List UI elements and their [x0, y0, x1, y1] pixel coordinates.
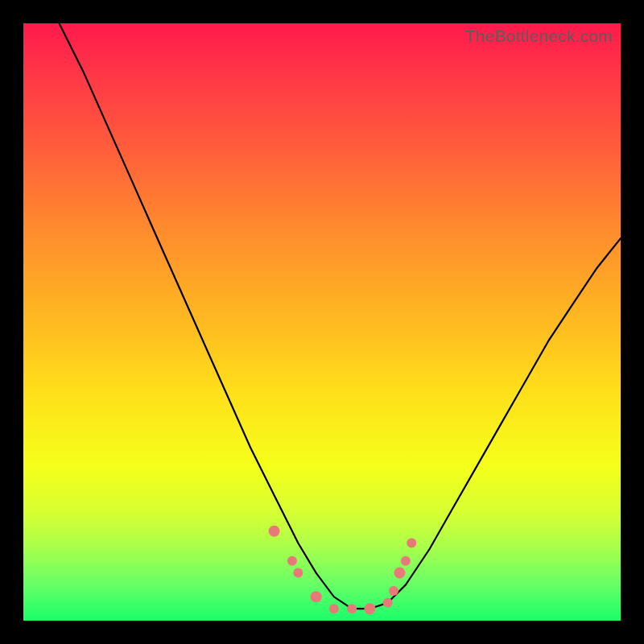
- bottleneck-curve: [23, 23, 621, 621]
- bead-marker: [269, 526, 280, 537]
- bead-marker: [329, 604, 339, 613]
- bead-marker: [364, 603, 375, 614]
- curve-line: [60, 23, 621, 609]
- bead-marker: [347, 604, 357, 613]
- bead-marker: [401, 556, 411, 566]
- bead-marker: [293, 568, 303, 578]
- bead-marker: [407, 539, 416, 548]
- bead-marker: [394, 568, 406, 579]
- bead-marker: [287, 556, 297, 566]
- chart-frame: TheBottleneck.com: [0, 0, 644, 644]
- plot-area: TheBottleneck.com: [23, 23, 621, 621]
- bead-marker: [389, 586, 398, 596]
- bead-marker: [383, 598, 393, 608]
- bead-marker: [311, 591, 322, 602]
- curve-beads: [269, 526, 417, 615]
